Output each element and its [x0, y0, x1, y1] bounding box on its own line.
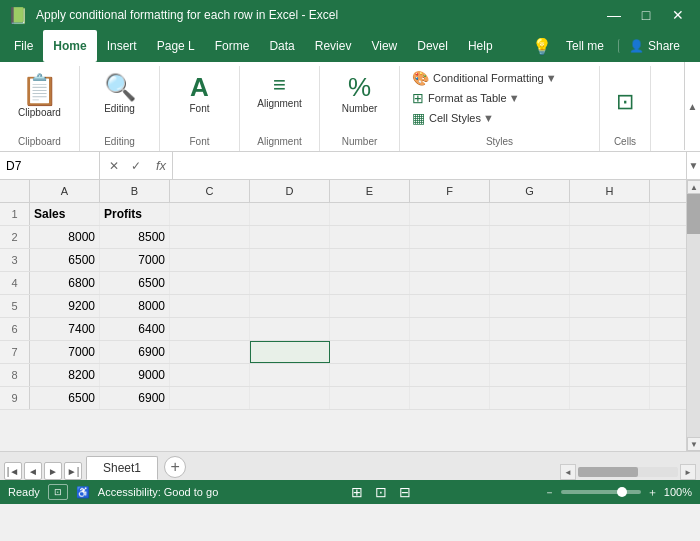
cell-c2[interactable] — [170, 226, 250, 248]
menu-insert[interactable]: Insert — [97, 30, 147, 62]
cell-h1[interactable] — [570, 203, 650, 225]
zoom-minus-icon[interactable]: － — [544, 485, 555, 500]
conditional-formatting-button[interactable]: 🎨 Conditional Formatting ▼ — [408, 69, 561, 87]
sheet-next-button[interactable]: ► — [44, 462, 62, 480]
cell-c4[interactable] — [170, 272, 250, 294]
maximize-button[interactable]: □ — [632, 5, 660, 25]
h-scroll-track[interactable] — [578, 467, 678, 477]
cell-f9[interactable] — [410, 387, 490, 409]
minimize-button[interactable]: — — [600, 5, 628, 25]
cell-e3[interactable] — [330, 249, 410, 271]
cell-g7[interactable] — [490, 341, 570, 363]
cell-e2[interactable] — [330, 226, 410, 248]
col-header-b[interactable]: B — [100, 180, 170, 202]
col-header-e[interactable]: E — [330, 180, 410, 202]
cell-g9[interactable] — [490, 387, 570, 409]
cell-b8[interactable]: 9000 — [100, 364, 170, 386]
col-header-h[interactable]: H — [570, 180, 650, 202]
menu-help[interactable]: Help — [458, 30, 503, 62]
cell-d9[interactable] — [250, 387, 330, 409]
share-button[interactable]: 👤 Share — [618, 39, 690, 53]
cell-a3[interactable]: 6500 — [30, 249, 100, 271]
cell-b1[interactable]: Profits — [100, 203, 170, 225]
cell-f4[interactable] — [410, 272, 490, 294]
cell-b2[interactable]: 8500 — [100, 226, 170, 248]
row-header-8[interactable]: 8 — [0, 364, 30, 386]
name-box-input[interactable] — [6, 159, 93, 173]
scroll-down-button[interactable]: ▼ — [687, 437, 700, 451]
row-header-9[interactable]: 9 — [0, 387, 30, 409]
cell-d2[interactable] — [250, 226, 330, 248]
cell-d8[interactable] — [250, 364, 330, 386]
view-page-break-button[interactable]: ⊟ — [395, 482, 415, 502]
cell-c8[interactable] — [170, 364, 250, 386]
sheet-prev-button[interactable]: ◄ — [24, 462, 42, 480]
menu-data[interactable]: Data — [259, 30, 304, 62]
cell-c1[interactable] — [170, 203, 250, 225]
col-header-c[interactable]: C — [170, 180, 250, 202]
cell-f3[interactable] — [410, 249, 490, 271]
view-page-layout-button[interactable]: ⊡ — [371, 482, 391, 502]
cell-e7[interactable] — [330, 341, 410, 363]
menu-home[interactable]: Home — [43, 30, 96, 62]
cell-h4[interactable] — [570, 272, 650, 294]
cell-f7[interactable] — [410, 341, 490, 363]
cell-d3[interactable] — [250, 249, 330, 271]
cell-f2[interactable] — [410, 226, 490, 248]
cell-b3[interactable]: 7000 — [100, 249, 170, 271]
formula-cancel-button[interactable]: ✕ — [104, 156, 124, 176]
cell-h5[interactable] — [570, 295, 650, 317]
cell-d6[interactable] — [250, 318, 330, 340]
cell-g4[interactable] — [490, 272, 570, 294]
scroll-up-button[interactable]: ▲ — [687, 180, 700, 194]
cell-e6[interactable] — [330, 318, 410, 340]
fx-button[interactable]: fx — [150, 152, 173, 179]
sheet-last-button[interactable]: ►| — [64, 462, 82, 480]
scroll-track[interactable] — [687, 194, 700, 437]
row-header-4[interactable]: 4 — [0, 272, 30, 294]
cell-c9[interactable] — [170, 387, 250, 409]
cell-d4[interactable] — [250, 272, 330, 294]
cell-b9[interactable]: 6900 — [100, 387, 170, 409]
close-button[interactable]: ✕ — [664, 5, 692, 25]
row-header-7[interactable]: 7 — [0, 341, 30, 363]
formula-input[interactable] — [173, 159, 686, 173]
cell-c5[interactable] — [170, 295, 250, 317]
cell-e1[interactable] — [330, 203, 410, 225]
clipboard-button[interactable]: 📋 Clipboard — [10, 68, 69, 122]
cell-c3[interactable] — [170, 249, 250, 271]
cell-e4[interactable] — [330, 272, 410, 294]
cell-a6[interactable]: 7400 — [30, 318, 100, 340]
zoom-plus-icon[interactable]: ＋ — [647, 485, 658, 500]
cell-f6[interactable] — [410, 318, 490, 340]
cell-c6[interactable] — [170, 318, 250, 340]
cell-g8[interactable] — [490, 364, 570, 386]
zoom-thumb[interactable] — [617, 487, 627, 497]
col-header-a[interactable]: A — [30, 180, 100, 202]
row-header-1[interactable]: 1 — [0, 203, 30, 225]
cell-b7[interactable]: 6900 — [100, 341, 170, 363]
cell-a7[interactable]: 7000 — [30, 341, 100, 363]
format-as-table-button[interactable]: ⊞ Format as Table ▼ — [408, 89, 524, 107]
cell-g1[interactable] — [490, 203, 570, 225]
number-button[interactable]: % Number — [334, 68, 386, 118]
cell-h8[interactable] — [570, 364, 650, 386]
cell-d5[interactable] — [250, 295, 330, 317]
cell-g3[interactable] — [490, 249, 570, 271]
cell-e5[interactable] — [330, 295, 410, 317]
menu-view[interactable]: View — [361, 30, 407, 62]
cell-a9[interactable]: 6500 — [30, 387, 100, 409]
view-normal-button[interactable]: ⊞ — [347, 482, 367, 502]
menu-developer[interactable]: Devel — [407, 30, 458, 62]
h-scroll-thumb[interactable] — [578, 467, 638, 477]
cell-c7[interactable] — [170, 341, 250, 363]
menu-review[interactable]: Reviev — [305, 30, 362, 62]
cell-a1[interactable]: Sales — [30, 203, 100, 225]
alignment-button[interactable]: ≡ Alignment — [249, 68, 309, 113]
row-header-5[interactable]: 5 — [0, 295, 30, 317]
scroll-thumb[interactable] — [687, 194, 700, 234]
cell-f1[interactable] — [410, 203, 490, 225]
ribbon-scroll-button[interactable]: ▲ — [684, 62, 700, 150]
col-header-d[interactable]: D — [250, 180, 330, 202]
editing-button[interactable]: 🔍 Editing — [96, 68, 144, 118]
